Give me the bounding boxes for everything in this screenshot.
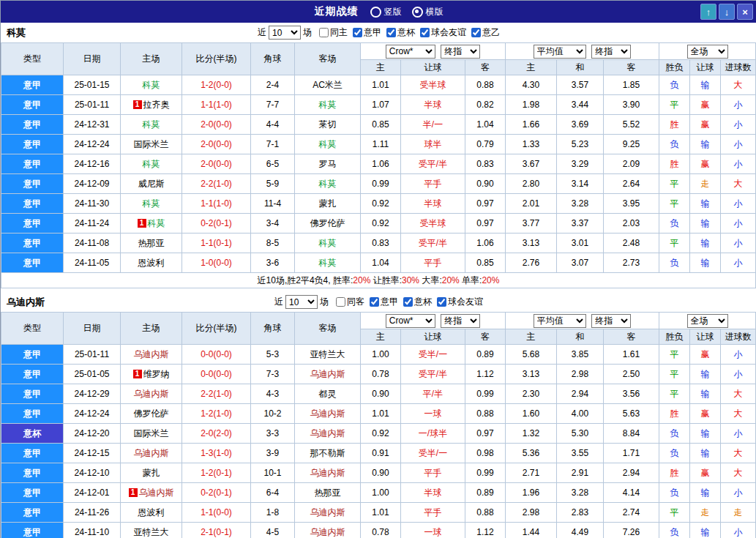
away-team-cell: 乌迪内斯 — [295, 503, 361, 523]
corner-cell: 11-4 — [251, 194, 295, 214]
result-goals-cell: 大 — [721, 444, 756, 463]
filter-checkbox-意甲[interactable]: 意甲 — [353, 26, 381, 39]
filter-checkbox-意杯[interactable]: 意杯 — [386, 26, 415, 39]
home-team-name: 亚特兰大 — [134, 527, 169, 537]
sections-container: 科莫 近 10 场 同主意甲意杯球会友谊意乙 类型 日期 主场 比分(半场) 角… — [1, 23, 756, 538]
checkbox-input[interactable] — [336, 297, 345, 307]
checkbox-input[interactable] — [471, 28, 481, 37]
asian-final-index-select[interactable]: 终指 — [441, 314, 480, 328]
league-cell: 意甲 — [1, 483, 64, 503]
scroll-down-button[interactable]: ↓ — [719, 4, 735, 20]
red-card-badge: 1 — [138, 219, 146, 228]
match-row: 意甲24-12-011乌迪内斯0-2(0-1)6-4热那亚1.00半球0.891… — [1, 483, 756, 503]
league-cell: 意甲 — [1, 523, 64, 538]
match-row: 意甲24-12-31科莫2-0(0-0)4-4莱切0.85半/一1.041.66… — [1, 115, 756, 135]
away-team-name: 科莫 — [319, 179, 337, 189]
checkbox-label: 同主 — [330, 26, 348, 39]
home-team-cell: 亚特兰大 — [121, 523, 182, 538]
near-count-select[interactable]: 10 — [285, 295, 318, 309]
full-match-select[interactable]: 全场 — [687, 45, 728, 59]
away-team-name: 亚特兰大 — [310, 349, 345, 359]
away-team-name: 科莫 — [319, 258, 337, 268]
col-header-asian-handicap: 让球 — [401, 329, 465, 345]
checkbox-input[interactable] — [437, 297, 446, 307]
away-team-name: 乌迪内斯 — [310, 369, 345, 379]
asian-bookmaker-select[interactable]: Crow* — [386, 314, 435, 328]
result-outcome-cell: 负 — [659, 483, 690, 503]
asian-handicap-cell: 受半/一 — [401, 345, 465, 365]
checkbox-label: 意甲 — [364, 26, 381, 39]
score-cell: 0-0(0-0) — [182, 345, 251, 365]
near-count-select[interactable]: 10 — [269, 26, 301, 40]
euro-away-odds-cell: 2.03 — [604, 214, 659, 233]
score-cell: 1-1(0-0) — [182, 503, 251, 523]
euro-odds-group-header: 平均值 终指 — [506, 43, 659, 60]
euro-draw-odds-cell: 2.83 — [557, 503, 604, 523]
checkbox-input[interactable] — [403, 297, 413, 307]
scroll-up-button[interactable]: ↑ — [700, 4, 716, 20]
euro-home-odds-cell: 2.98 — [506, 503, 557, 523]
euro-home-odds-cell: 1.66 — [506, 115, 557, 135]
match-row: 意甲24-11-241科莫0-2(0-1)3-4佛罗伦萨0.92受半球0.973… — [1, 214, 756, 233]
checkbox-input[interactable] — [420, 28, 430, 37]
filter-checkbox-同客[interactable]: 同客 — [336, 296, 364, 308]
result-goals-cell: 小 — [721, 115, 756, 135]
checkbox-input[interactable] — [353, 28, 362, 37]
euro-draw-odds-cell: 4.00 — [557, 404, 604, 424]
radio-vertical-layout[interactable]: 竖版 — [370, 6, 402, 18]
euro-home-odds-cell: 3.13 — [506, 233, 557, 253]
date-cell: 25-01-11 — [64, 345, 121, 365]
asian-handicap-cell: 平/半 — [401, 384, 465, 404]
result-handicap-cell: 输 — [690, 75, 721, 95]
result-handicap-cell: 赢 — [690, 154, 721, 174]
asian-away-odds-cell: 0.98 — [465, 444, 506, 463]
date-cell: 24-12-01 — [64, 483, 121, 503]
away-team-cell: 乌迪内斯 — [295, 523, 361, 538]
col-header-euro-home: 主 — [506, 60, 557, 75]
euro-away-odds-cell: 2.48 — [604, 233, 659, 253]
euro-average-select[interactable]: 平均值 — [534, 314, 586, 328]
result-goals-cell: 小 — [721, 365, 756, 384]
radio-horizontal-layout[interactable]: 横版 — [412, 6, 444, 18]
close-button[interactable]: × — [737, 4, 753, 20]
date-cell: 25-01-11 — [64, 95, 121, 115]
away-team-name: 莱切 — [319, 119, 337, 130]
asian-home-odds-cell: 1.06 — [361, 154, 401, 174]
away-team-name: 蒙扎 — [319, 198, 337, 209]
radio-label: 横版 — [426, 6, 444, 18]
euro-home-odds-cell: 1.60 — [506, 404, 557, 424]
filter-checkbox-同主[interactable]: 同主 — [319, 26, 348, 39]
result-outcome-cell: 负 — [659, 424, 690, 444]
asian-bookmaker-select[interactable]: Crow* — [386, 45, 435, 59]
checkbox-label: 球会友谊 — [448, 296, 483, 308]
euro-draw-odds-cell: 3.14 — [557, 174, 604, 194]
euro-away-odds-cell: 3.95 — [604, 194, 659, 214]
euro-final-index-select[interactable]: 终指 — [591, 314, 631, 328]
checkbox-input[interactable] — [319, 28, 329, 37]
corner-cell: 6-5 — [251, 154, 295, 174]
date-cell: 24-12-10 — [64, 463, 121, 483]
checkbox-input[interactable] — [386, 28, 396, 37]
col-header-euro-away: 客 — [604, 329, 659, 345]
score-cell: 2-1(0-1) — [182, 523, 251, 538]
summary-stat-value: 30% — [402, 275, 419, 285]
league-cell: 意甲 — [1, 444, 64, 463]
euro-final-index-select[interactable]: 终指 — [591, 45, 631, 59]
asian-final-index-select[interactable]: 终指 — [441, 45, 480, 59]
asian-away-odds-cell: 1.12 — [465, 523, 506, 538]
result-handicap-cell: 输 — [690, 523, 721, 538]
result-outcome-cell: 平 — [659, 233, 690, 253]
match-row: 意甲24-12-10蒙扎1-2(0-1)10-1乌迪内斯0.90平手0.992.… — [1, 463, 756, 483]
filter-checkbox-球会友谊[interactable]: 球会友谊 — [437, 296, 483, 308]
filter-checkbox-意杯[interactable]: 意杯 — [403, 296, 432, 308]
league-cell: 意甲 — [1, 253, 64, 273]
section-team-name: 乌迪内斯 — [7, 296, 45, 309]
result-outcome-cell: 平 — [659, 345, 690, 365]
asian-away-odds-cell: 0.83 — [465, 154, 506, 174]
filter-checkbox-球会友谊[interactable]: 球会友谊 — [420, 26, 466, 39]
checkbox-input[interactable] — [370, 297, 379, 307]
full-match-select[interactable]: 全场 — [687, 314, 728, 328]
filter-checkbox-意乙[interactable]: 意乙 — [471, 26, 500, 39]
euro-average-select[interactable]: 平均值 — [534, 45, 586, 59]
filter-checkbox-意甲[interactable]: 意甲 — [370, 296, 398, 308]
